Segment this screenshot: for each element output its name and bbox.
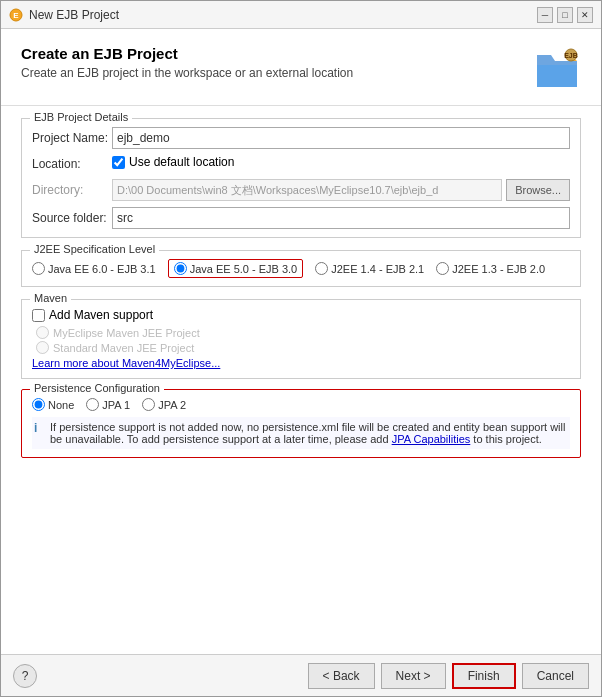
next-button[interactable]: Next > xyxy=(381,663,446,689)
directory-input xyxy=(112,179,502,201)
persistence-jpa1-label: JPA 1 xyxy=(102,399,130,411)
page-title: Create an EJB Project xyxy=(21,45,353,62)
footer-left: ? xyxy=(13,664,37,688)
info-text: If persistence support is not added now,… xyxy=(50,421,568,445)
location-label: Location: xyxy=(32,157,112,171)
project-name-input[interactable] xyxy=(112,127,570,149)
project-name-row: Project Name: xyxy=(32,127,570,149)
source-folder-row: Source folder: xyxy=(32,207,570,229)
page-subtitle: Create an EJB project in the workspace o… xyxy=(21,66,353,80)
source-folder-label: Source folder: xyxy=(32,211,112,225)
j2ee-radio-2[interactable] xyxy=(315,262,328,275)
persistence-label: Persistence Configuration xyxy=(30,382,164,394)
j2ee-option-1: Java EE 5.0 - EJB 3.0 xyxy=(168,259,304,278)
info-icon: i xyxy=(34,421,46,445)
source-folder-input[interactable] xyxy=(112,207,570,229)
close-button[interactable]: ✕ xyxy=(577,7,593,23)
j2ee-radio-group: Java EE 6.0 - EJB 3.1 Java EE 5.0 - EJB … xyxy=(32,259,570,278)
window-title: New EJB Project xyxy=(29,8,119,22)
j2ee-label-0: Java EE 6.0 - EJB 3.1 xyxy=(48,263,156,275)
title-bar-left: E New EJB Project xyxy=(9,8,119,22)
j2ee-label-3: J2EE 1.3 - EJB 2.0 xyxy=(452,263,545,275)
add-maven-label: Add Maven support xyxy=(49,308,153,322)
persistence-jpa1-option: JPA 1 xyxy=(86,398,130,411)
help-button[interactable]: ? xyxy=(13,664,37,688)
directory-label: Directory: xyxy=(32,183,112,197)
project-name-label: Project Name: xyxy=(32,131,112,145)
svg-text:E: E xyxy=(13,11,19,20)
j2ee-option-0: Java EE 6.0 - EJB 3.1 xyxy=(32,262,156,275)
j2ee-label-1: Java EE 5.0 - EJB 3.0 xyxy=(190,263,298,275)
j2ee-radio-0[interactable] xyxy=(32,262,45,275)
persistence-section: Persistence Configuration None JPA 1 JPA… xyxy=(21,389,581,458)
maven-learn-more-link[interactable]: Learn more about Maven4MyEclipse... xyxy=(32,357,220,369)
maven-standard-label: Standard Maven JEE Project xyxy=(53,342,194,354)
title-bar: E New EJB Project ─ □ ✕ xyxy=(1,1,601,29)
svg-marker-3 xyxy=(537,65,577,87)
persistence-jpa1-radio[interactable] xyxy=(86,398,99,411)
project-details-label: EJB Project Details xyxy=(30,111,132,123)
add-maven-checkbox[interactable] xyxy=(32,309,45,322)
finish-button[interactable]: Finish xyxy=(452,663,516,689)
persistence-jpa2-option: JPA 2 xyxy=(142,398,186,411)
j2ee-label-2: J2EE 1.4 - EJB 2.1 xyxy=(331,263,424,275)
persistence-jpa2-label: JPA 2 xyxy=(158,399,186,411)
persistence-none-radio[interactable] xyxy=(32,398,45,411)
j2ee-spec-section: J2EE Specification Level Java EE 6.0 - E… xyxy=(21,250,581,287)
window-icon: E xyxy=(9,8,23,22)
location-row: Location: Use default location xyxy=(32,155,570,173)
j2ee-option-2: J2EE 1.4 - EJB 2.1 xyxy=(315,262,424,275)
back-button[interactable]: < Back xyxy=(308,663,375,689)
maven-standard-row: Standard Maven JEE Project xyxy=(32,341,570,354)
persistence-jpa2-radio[interactable] xyxy=(142,398,155,411)
j2ee-spec-label: J2EE Specification Level xyxy=(30,243,159,255)
jpa-capabilities-link[interactable]: JPA Capabilities xyxy=(392,433,471,445)
title-bar-controls: ─ □ ✕ xyxy=(537,7,593,23)
j2ee-option-3: J2EE 1.3 - EJB 2.0 xyxy=(436,262,545,275)
use-default-checkbox[interactable] xyxy=(112,156,125,169)
header-text: Create an EJB Project Create an EJB proj… xyxy=(21,45,353,80)
content-area: EJB Project Details Project Name: Locati… xyxy=(1,106,601,654)
maximize-button[interactable]: □ xyxy=(557,7,573,23)
cancel-button[interactable]: Cancel xyxy=(522,663,589,689)
minimize-button[interactable]: ─ xyxy=(537,7,553,23)
svg-text:EJB: EJB xyxy=(564,52,578,59)
maven-standard-radio[interactable] xyxy=(36,341,49,354)
maven-label: Maven xyxy=(30,292,71,304)
main-window: E New EJB Project ─ □ ✕ Create an EJB Pr… xyxy=(0,0,602,697)
maven-myeclipse-row: MyEclipse Maven JEE Project xyxy=(32,326,570,339)
use-default-label: Use default location xyxy=(129,155,234,169)
maven-myeclipse-label: MyEclipse Maven JEE Project xyxy=(53,327,200,339)
persistence-none-label: None xyxy=(48,399,74,411)
footer: ? < Back Next > Finish Cancel xyxy=(1,654,601,696)
info-box: i If persistence support is not added no… xyxy=(32,417,570,449)
persistence-none-option: None xyxy=(32,398,74,411)
project-details-section: EJB Project Details Project Name: Locati… xyxy=(21,118,581,238)
maven-add-row: Add Maven support xyxy=(32,308,570,322)
browse-button[interactable]: Browse... xyxy=(506,179,570,201)
j2ee-radio-1[interactable] xyxy=(174,262,187,275)
persistence-radio-group: None JPA 1 JPA 2 xyxy=(32,398,570,411)
use-default-row: Use default location xyxy=(112,155,234,169)
maven-section: Maven Add Maven support MyEclipse Maven … xyxy=(21,299,581,379)
maven-myeclipse-radio[interactable] xyxy=(36,326,49,339)
header-section: Create an EJB Project Create an EJB proj… xyxy=(1,29,601,106)
folder-icon: EJB xyxy=(533,45,581,93)
j2ee-radio-3[interactable] xyxy=(436,262,449,275)
directory-row: Directory: Browse... xyxy=(32,179,570,201)
